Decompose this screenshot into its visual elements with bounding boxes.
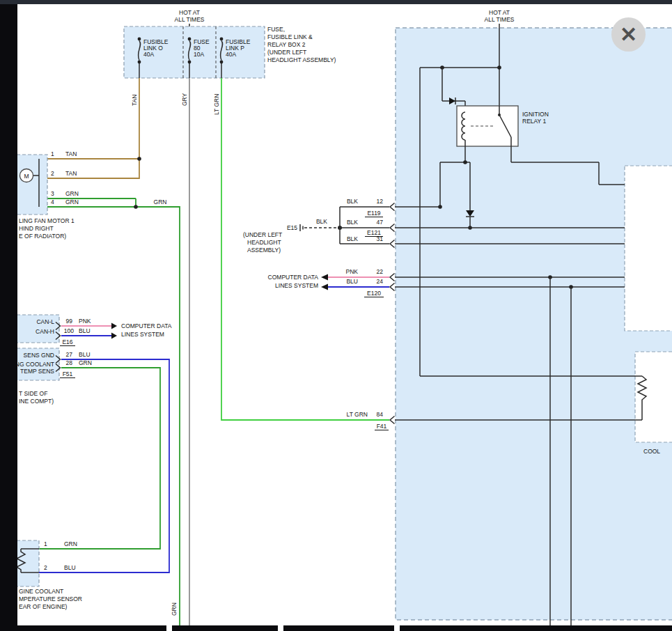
- e15-wire-color: BLK: [316, 218, 327, 225]
- bottom-bar-segment: [17, 625, 166, 631]
- fuse3-line3: 40A: [226, 51, 236, 58]
- coolant-sig-color: GRN: [79, 359, 92, 366]
- sensor-pin1-num: 1: [44, 540, 47, 547]
- top-edge-bar: [0, 0, 672, 4]
- can-h-color: BLU: [79, 327, 91, 334]
- left-edge-bar: [0, 0, 17, 631]
- motor-pin1-num: 1: [51, 150, 54, 157]
- fuse-box-caption-3: RELAY BOX 2: [267, 41, 306, 48]
- close-button[interactable]: ✕: [611, 17, 646, 52]
- computer-data-right-1: COMPUTER DATA: [268, 274, 319, 281]
- motor-caption-2: HIND RIGHT: [19, 225, 54, 232]
- row22-color: PNK: [346, 268, 359, 275]
- fuse-box-caption: FUSE, FUSIBLE LINK & RELAY BOX 2 (UNDER …: [267, 26, 336, 63]
- connector-chevron-22: [390, 274, 395, 281]
- relay-label-1: IGNITION: [522, 111, 549, 118]
- sens-gnd-label: SENS GND: [24, 352, 54, 359]
- can-l-label: CAN-L: [36, 318, 54, 325]
- connector-chevron-24: [390, 283, 395, 291]
- sensor-pin2-color: BLU: [64, 564, 76, 571]
- hot-left-line2: ALL TIMES: [175, 16, 205, 23]
- row24-color: BLU: [346, 278, 358, 285]
- gry-wire-label: GRY: [181, 93, 188, 106]
- relay-label-2: RELAY 1: [522, 118, 546, 125]
- sensor-pin2-num: 2: [44, 564, 47, 571]
- ecm-subbox-2: [635, 352, 672, 442]
- row24-pin: 24: [377, 278, 384, 285]
- wiring-diagram-viewer: COOL HOT AT ALL TIMES FUSIBLE LINK O 40A…: [0, 0, 672, 631]
- fuse-box-caption-1: FUSE,: [267, 26, 285, 33]
- can-note-1: COMPUTER DATA: [121, 322, 172, 329]
- motor-pin2-color: TAN: [65, 170, 77, 177]
- pink-wires: [61, 277, 389, 326]
- motor-pin4-num: 4: [51, 198, 54, 205]
- row84-pin: 84: [377, 411, 384, 418]
- eng-coolant-label-1: ENG COOLANT: [11, 361, 54, 368]
- tan-wire-label: TAN: [131, 95, 138, 106]
- coolant-sig-pin: 28: [66, 359, 73, 366]
- can-connector-block: CAN-L CAN-H 99 100 PNK BLU COMPUTER DATA…: [6, 315, 172, 346]
- can-l-color: PNK: [79, 318, 91, 325]
- blue-wires: [39, 287, 389, 572]
- data-arrow-left-pnk: [321, 274, 328, 281]
- row84-connector: F41: [377, 423, 387, 430]
- wiring-diagram: COOL HOT AT ALL TIMES FUSIBLE LINK O 40A…: [0, 0, 672, 631]
- sens-connector-block: SENS GND ENG COOLANT TEMP SENS 27 BLU 28…: [6, 348, 92, 405]
- e15-caption-2: HEADLIGHT: [247, 239, 281, 246]
- sensor-caption-3: EAR OF ENGINE): [19, 603, 68, 610]
- tan-wires: [39, 78, 141, 178]
- motor-pin3-num: 3: [51, 190, 54, 197]
- hot-left-line1: HOT AT: [179, 9, 200, 16]
- row12-color: BLK: [347, 198, 358, 205]
- fuse-box-caption-4: (UNDER LEFT: [267, 49, 306, 56]
- hot-right-line2: ALL TIMES: [485, 16, 515, 23]
- motor-caption-1: LING FAN MOTOR 1: [19, 217, 75, 224]
- e15-caption-3: ASSEMBLY): [247, 247, 281, 254]
- connector-chevron-31: [390, 240, 395, 248]
- motor-pin2-num: 2: [51, 170, 54, 177]
- data-arrow-left-blu: [321, 284, 328, 290]
- grn-mid-label: GRN: [154, 198, 167, 205]
- motor-pin3-color: GRN: [65, 190, 79, 197]
- row22-pin: 22: [377, 268, 384, 275]
- fuse-box-caption-5: HEADLIGHT ASSEMBLY): [267, 56, 336, 63]
- row47-pin: 47: [377, 219, 384, 226]
- computer-data-right-2: LINES SYSTEM: [275, 282, 318, 289]
- row47-color: BLK: [347, 219, 358, 226]
- fuse1-line3: 40A: [143, 51, 154, 58]
- green-wires: GRN: [39, 198, 180, 625]
- grn-bottom-wire-label: GRN: [171, 602, 178, 616]
- sens-gnd-color: BLU: [79, 351, 91, 358]
- e15-name: E15: [287, 224, 297, 231]
- sensor-caption-1: GINE COOLANT: [19, 588, 63, 595]
- data-arrow-right-pnk: [111, 323, 117, 329]
- eng-coolant-label-2: TEMP SENS: [20, 368, 54, 375]
- data-arrow-right-blu: [111, 333, 117, 339]
- fuse-box-caption-2: FUSIBLE LINK &: [267, 33, 313, 40]
- connector-chevron-47: [390, 224, 395, 232]
- motor-symbol-letter: M: [24, 173, 29, 180]
- cool-label: COOL: [643, 448, 660, 455]
- close-icon: ✕: [620, 24, 637, 45]
- e15-caption-1: (UNDER LEFT: [243, 231, 282, 238]
- left-caption-2: INE COMPT): [19, 398, 54, 405]
- row84-color: LT GRN: [347, 411, 368, 418]
- connector-chevron-12: [390, 203, 395, 211]
- can-note-2: LINES SYSTEM: [121, 331, 164, 338]
- motor-pin1-color: TAN: [65, 150, 77, 157]
- row12-connector: E119: [367, 210, 380, 217]
- can-h-label: CAN-H: [36, 328, 54, 335]
- fuse2-line3: 10A: [194, 51, 204, 58]
- sens-gnd-pin: 27: [66, 351, 73, 358]
- bottom-bar-segment: [172, 625, 278, 631]
- row12-pin: 12: [377, 198, 384, 205]
- left-caption-1: T SIDE OF: [19, 390, 47, 397]
- can-h-pin: 100: [64, 327, 74, 334]
- fuse-relay-box: FUSIBLE LINK O 40A FUSE 80 10A FUSIBLE L…: [124, 26, 336, 78]
- ltgrn-wire-label: LT GRN: [213, 94, 220, 115]
- connector-chevron-84: [390, 416, 395, 424]
- sensor-caption-2: MPERATURE SENSOR: [19, 595, 82, 602]
- hot-right-line1: HOT AT: [489, 9, 510, 16]
- ecm-connector-rows: BLK 12 E119 BLK 47 E121 BLK 31 PNK 22 BL…: [268, 198, 395, 430]
- f51-connector: F51: [63, 371, 73, 377]
